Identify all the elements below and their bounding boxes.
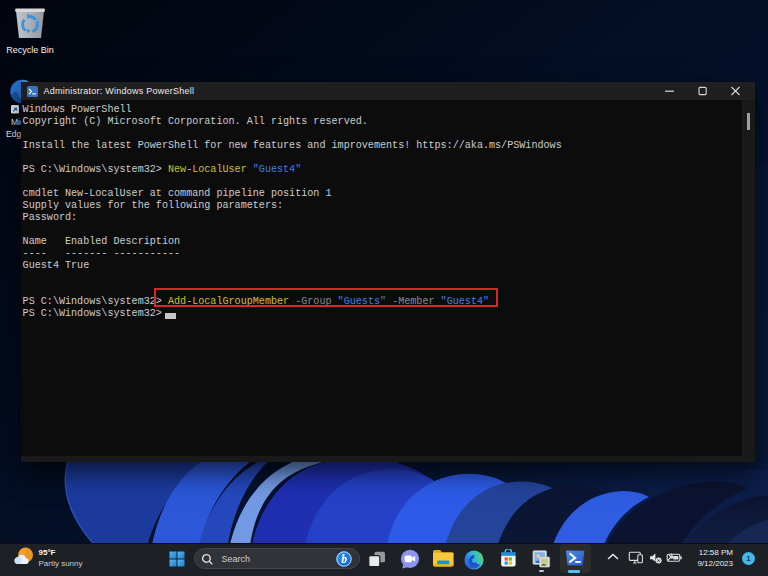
svg-text:b: b — [341, 552, 347, 564]
